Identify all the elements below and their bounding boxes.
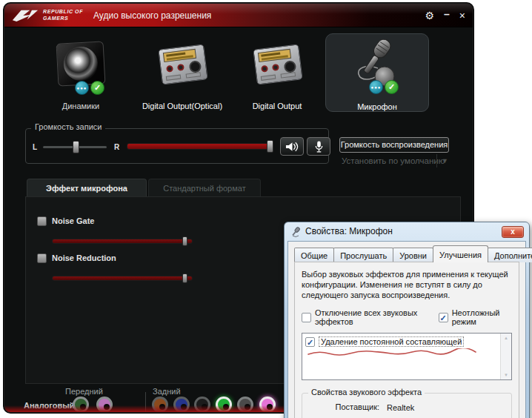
digital-output-device-image <box>158 44 207 84</box>
dialog-tab-listen[interactable]: Прослушать <box>333 248 393 262</box>
noise-gate-slider[interactable] <box>52 239 193 244</box>
provider-label: Поставщик: <box>307 402 379 413</box>
playback-volume-button[interactable]: Громкость воспроизведения <box>339 137 449 153</box>
recording-volume-handle[interactable] <box>267 140 273 153</box>
minimize-button[interactable]: – <box>444 9 450 19</box>
device-tile-digital[interactable]: Digital Output <box>225 36 329 110</box>
default-check-badge-icon: ✓ <box>385 80 399 94</box>
front-jacks-label: Передний <box>65 387 103 396</box>
set-default-dropdown-icon[interactable]: ▼ <box>436 154 453 167</box>
balance-right-label: R <box>114 143 119 151</box>
device-label: Digital Output(Optical) <box>130 102 234 110</box>
noise-reduction-slider[interactable] <box>52 276 193 281</box>
noise-gate-slider-handle[interactable] <box>182 236 187 246</box>
speaker-device-image <box>56 41 106 86</box>
noise-gate-checkbox[interactable] <box>37 216 47 226</box>
tab-standard-format[interactable]: Стандартный формат <box>148 179 261 196</box>
dialog-titlebar[interactable]: Свойства: Микрофон x <box>285 222 529 241</box>
balance-left-label: L <box>33 143 37 151</box>
close-button[interactable]: × <box>459 10 465 21</box>
chat-bubble-badge-icon: ●●● <box>75 81 89 95</box>
rog-brand-text: REPUBLIC OF GAMERS <box>43 9 83 22</box>
dialog-close-button[interactable]: x <box>502 226 524 238</box>
noise-reduction-checkbox[interactable] <box>37 253 47 263</box>
dialog-tab-levels[interactable]: Уровни <box>393 248 433 262</box>
microphone-icon <box>314 140 324 153</box>
dialog-tab-strip: Общие Прослушать Уровни Улучшения Дополн… <box>294 248 532 262</box>
listbox-scrollbar[interactable]: ▲ ▼ <box>500 334 511 379</box>
back-jacks-label: Задний <box>153 387 181 396</box>
immediate-mode-label: Неотложный режим <box>452 308 512 326</box>
dc-offset-label: Удаление постоянной составляющей <box>319 336 464 347</box>
scroll-down-icon[interactable]: ▼ <box>501 373 511 378</box>
dialog-title: Свойства: Микрофон <box>305 222 393 241</box>
microphone-mute-button[interactable] <box>307 137 330 156</box>
dialog-tab-advanced[interactable]: Дополнительно <box>488 248 532 262</box>
set-default-label[interactable]: Установить по умолчанию <box>342 156 445 165</box>
settings-gear-icon[interactable]: ⚙ <box>425 10 434 21</box>
tab-microphone-effect[interactable]: Эффект микрофона <box>27 179 147 196</box>
speaker-icon <box>285 142 299 152</box>
effects-listbox[interactable]: ✓ Удаление постоянной составляющей ▲ ▼ <box>302 333 512 380</box>
device-label: Динамики <box>29 102 133 110</box>
dc-offset-checkbox[interactable]: ✓ <box>305 337 315 347</box>
noise-reduction-slider-handle[interactable] <box>182 273 187 283</box>
dialog-tab-general[interactable]: Общие <box>294 248 334 262</box>
device-tile-digital-optical[interactable]: Digital Output(Optical) <box>130 36 234 110</box>
device-tile-microphone[interactable]: ●●● ✓ Микрофон <box>325 33 429 112</box>
microphone-properties-dialog: Свойства: Микрофон x Общие Прослушать Ур… <box>284 222 530 418</box>
effect-list-item[interactable]: ✓ Удаление постоянной составляющей <box>305 336 464 347</box>
device-tile-speakers[interactable]: ●●● ✓ Динамики <box>29 36 133 110</box>
noise-reduction-label: Noise Reduction <box>52 253 116 262</box>
sound-effect-properties-group: Свойства звукового эффекта Поставщик: Re… <box>302 393 512 418</box>
chat-bubble-badge-icon: ●●● <box>369 80 383 94</box>
speaker-mute-button[interactable] <box>280 137 304 156</box>
dialog-microphone-icon <box>291 227 302 238</box>
device-label: Digital Output <box>225 102 329 110</box>
group-label: Свойства звукового эффекта <box>308 388 425 397</box>
enhancements-description: Выбор звуковых эффектов для применения к… <box>302 269 522 300</box>
enhancements-tab-page: Выбор звуковых эффектов для применения к… <box>294 262 519 418</box>
scroll-up-icon[interactable]: ▲ <box>504 336 508 340</box>
rog-logo-icon <box>12 7 39 24</box>
immediate-mode-checkbox[interactable]: ✓ <box>439 313 448 322</box>
recording-volume-slider[interactable] <box>127 143 272 150</box>
balance-slider[interactable] <box>43 146 107 148</box>
disable-all-effects-checkbox[interactable] <box>302 313 311 322</box>
noise-gate-label: Noise Gate <box>52 216 94 225</box>
dialog-tab-enhancements[interactable]: Улучшения <box>433 245 488 262</box>
default-check-badge-icon: ✓ <box>90 81 104 95</box>
red-underline-annotation <box>307 348 481 357</box>
provider-value: Realtek <box>387 402 507 413</box>
screen: REPUBLIC OF GAMERS Аудио высокого разреш… <box>0 0 532 418</box>
dialog-body: Общие Прослушать Уровни Улучшения Дополн… <box>287 241 526 418</box>
digital-output-device-image <box>253 44 302 84</box>
window-title: Аудио высокого разрешения <box>93 4 211 27</box>
rog-titlebar[interactable]: REPUBLIC OF GAMERS Аудио высокого разреш… <box>4 4 473 27</box>
disable-all-effects-label: Отключение всех звуковых эффектов <box>315 308 430 326</box>
recording-volume-label: Громкость записи <box>31 122 105 131</box>
balance-slider-handle[interactable] <box>73 141 79 153</box>
device-label: Микрофон <box>326 102 428 111</box>
